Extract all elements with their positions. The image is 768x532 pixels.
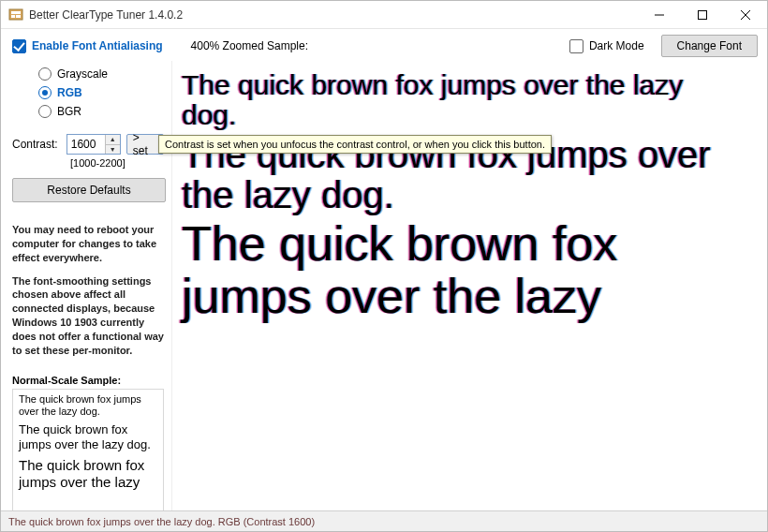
window-title: Better ClearType Tuner 1.4.0.2 [29, 8, 638, 22]
window-controls [638, 1, 767, 29]
svg-rect-0 [9, 9, 22, 20]
app-icon [8, 7, 23, 22]
normal-sample-large: The quick brown fox jumps over the lazy [19, 457, 157, 493]
contrast-range-hint: [1000-2200] [12, 155, 164, 172]
radio-icon [38, 67, 52, 81]
svg-rect-4 [699, 10, 707, 19]
stepper-up-icon[interactable]: ▲ [106, 135, 120, 144]
set-button-tooltip: Contrast is set when you unfocus the con… [158, 135, 552, 154]
settings-sidebar: Grayscale RGB BGR Contrast: ▲ ▼ > set [1, 61, 171, 532]
status-text: The quick brown fox jumps over the lazy … [8, 516, 315, 527]
zoomed-sample-1: The quick brown fox jumps over the lazy … [182, 70, 744, 131]
svg-rect-1 [11, 11, 21, 14]
minimize-button[interactable] [638, 1, 681, 29]
close-button[interactable] [724, 1, 767, 29]
subpixel-order-group: Grayscale RGB BGR [12, 61, 164, 128]
zoom-sample-label: 400% Zoomed Sample: [191, 39, 308, 52]
dark-mode-checkbox[interactable]: Dark Mode [569, 39, 644, 53]
checkbox-icon [12, 39, 26, 53]
titlebar: Better ClearType Tuner 1.4.0.2 [1, 1, 767, 29]
contrast-label: Contrast: [12, 138, 61, 151]
top-toolbar: Enable Font Antialiasing 400% Zoomed Sam… [1, 29, 767, 61]
zoomed-preview-panel: The quick brown fox jumps over the lazy … [171, 61, 767, 532]
contrast-row: Contrast: ▲ ▼ > set [12, 128, 164, 155]
contrast-spinner[interactable]: ▲ ▼ [66, 134, 121, 155]
restore-defaults-button[interactable]: Restore Defaults [12, 178, 166, 202]
normal-sample-small: The quick brown fox jumps over the lazy … [19, 393, 157, 420]
radio-label: RGB [57, 86, 82, 99]
radio-label: Grayscale [57, 67, 108, 81]
radio-bgr[interactable]: BGR [38, 102, 164, 121]
radio-rgb[interactable]: RGB [38, 83, 164, 102]
normal-scale-label: Normal-Scale Sample: [12, 375, 164, 386]
maximize-button[interactable] [681, 1, 724, 29]
info-text: You may need to reboot your computer for… [12, 223, 164, 367]
checkbox-icon [569, 39, 583, 53]
radio-icon [38, 105, 52, 118]
radio-grayscale[interactable]: Grayscale [38, 65, 164, 83]
zoomed-sample-3: The quick brown fox jumps over the lazy [182, 217, 753, 322]
radio-icon [38, 86, 52, 99]
stepper-down-icon[interactable]: ▼ [106, 144, 120, 155]
dark-mode-label: Dark Mode [589, 39, 644, 52]
change-font-button[interactable]: Change Font [661, 35, 758, 57]
enable-antialiasing-checkbox[interactable]: Enable Font Antialiasing [12, 39, 163, 53]
radio-label: BGR [57, 105, 81, 118]
contrast-input[interactable] [67, 135, 105, 154]
status-bar: The quick brown fox jumps over the lazy … [1, 510, 767, 531]
info-para-1: You may need to reboot your computer for… [12, 223, 164, 265]
svg-rect-3 [16, 15, 21, 18]
normal-sample-medium: The quick brown fox jumps over the lazy … [19, 422, 157, 453]
svg-rect-2 [11, 15, 15, 18]
enable-antialiasing-label: Enable Font Antialiasing [32, 39, 163, 52]
info-para-2: The font-smoothing settings chosen above… [12, 274, 164, 358]
